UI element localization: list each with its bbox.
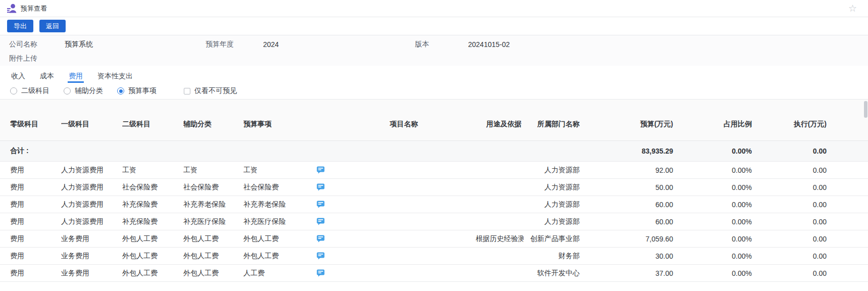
cell-item: 社会保险费 bbox=[243, 183, 317, 192]
total-budget-value: 83,935.29 bbox=[582, 147, 675, 155]
cell-level2: 工资 bbox=[122, 166, 183, 175]
cell-item: 工资 bbox=[243, 166, 317, 175]
cell-purpose: 根据历史经验测算 bbox=[476, 234, 524, 244]
column-header: 执行(万元) bbox=[754, 120, 829, 129]
table-row[interactable]: 费用业务费用外包人工费外包人工费外包人工费根据历史经验测算创新产品事业部7,05… bbox=[0, 230, 868, 248]
table-row[interactable]: 费用人力资源费用社会保险费社会保险费社会保险费人力资源部50.000.00%0.… bbox=[0, 179, 868, 196]
filter-bar: 二级科目 辅助分类 预算事项 仅看不可预见 bbox=[0, 83, 868, 100]
cell-budget: 92.00 bbox=[582, 166, 675, 174]
table-row[interactable]: 费用业务费用外包人工费外包人工费人工费软件开发中心37.000.00%0.00 bbox=[0, 265, 868, 282]
toolbar: 导出 返回 bbox=[0, 17, 868, 35]
table-row[interactable]: 费用人力资源费用工资工资工资人力资源部92.000.00%0.00 bbox=[0, 162, 868, 179]
cell-executed: 0.00 bbox=[754, 183, 829, 191]
cell-item: 补充养老保险 bbox=[243, 200, 317, 209]
table-row[interactable]: 费用业务费用外包人工费外包人工费外包人工费财务部30.000.00%0.00 bbox=[0, 248, 868, 265]
comment-bubble-icon[interactable] bbox=[317, 235, 334, 243]
budget-year-value: 2024 bbox=[263, 40, 279, 48]
cell-executed: 0.00 bbox=[754, 252, 829, 260]
favorite-star-icon[interactable]: ☆ bbox=[848, 2, 857, 15]
comment-bubble-icon[interactable] bbox=[317, 269, 334, 277]
cell-item: 人工费 bbox=[243, 269, 317, 278]
column-header: 用途及依据 bbox=[476, 120, 524, 129]
tab-cost[interactable]: 成本 bbox=[39, 72, 55, 83]
radio-option-budget-item[interactable]: 预算事项 bbox=[117, 86, 157, 95]
version-value: 20241015-02 bbox=[468, 40, 510, 48]
radio-circle-selected-icon[interactable] bbox=[117, 87, 124, 94]
comment-bubble-icon[interactable] bbox=[317, 166, 334, 174]
checkbox-icon[interactable] bbox=[184, 88, 190, 94]
checkbox-option-unforeseen-only[interactable]: 仅看不可预见 bbox=[184, 86, 237, 95]
tab-expense[interactable]: 费用 bbox=[68, 72, 84, 83]
cell-aux: 社会保险费 bbox=[183, 183, 243, 192]
cell-level0: 费用 bbox=[10, 183, 61, 192]
cell-level1: 业务费用 bbox=[61, 269, 122, 278]
cell-level2: 外包人工费 bbox=[122, 269, 183, 278]
title-bar: 预算查看 ☆ bbox=[0, 0, 868, 17]
total-executed-value: 0.00 bbox=[754, 147, 829, 155]
cell-ratio: 0.00% bbox=[675, 183, 754, 191]
cell-dept: 软件开发中心 bbox=[524, 269, 582, 278]
column-header: 项目名称 bbox=[334, 120, 476, 129]
cell-dept: 人力资源部 bbox=[524, 200, 582, 209]
column-header: 占用比例 bbox=[675, 120, 754, 129]
cell-dept: 创新产品事业部 bbox=[524, 234, 582, 244]
radio-label: 辅助分类 bbox=[75, 86, 103, 95]
cell-ratio: 0.00% bbox=[675, 269, 754, 277]
export-button[interactable]: 导出 bbox=[7, 20, 33, 32]
cell-dept: 财务部 bbox=[524, 252, 582, 261]
cell-level1: 人力资源费用 bbox=[61, 183, 122, 192]
radio-label: 预算事项 bbox=[128, 86, 157, 95]
cell-level1: 业务费用 bbox=[61, 252, 122, 261]
cell-level0: 费用 bbox=[10, 200, 61, 209]
budget-year-label: 预算年度 bbox=[206, 40, 263, 49]
company-name-value: 预算系统 bbox=[65, 40, 93, 49]
tab-capital-expenditure[interactable]: 资本性支出 bbox=[96, 72, 134, 83]
cell-aux: 补充医疗保险 bbox=[183, 217, 243, 226]
category-tabs: 收入 成本 费用 资本性支出 bbox=[0, 66, 868, 83]
vertical-scrollbar-thumb[interactable] bbox=[864, 101, 867, 118]
comment-bubble-icon[interactable] bbox=[317, 218, 334, 225]
radio-option-level2-subject[interactable]: 二级科目 bbox=[10, 86, 49, 95]
radio-circle-icon[interactable] bbox=[10, 87, 17, 94]
budget-info-panel: 公司名称 预算系统 预算年度 2024 版本 20241015-02 附件上传 bbox=[0, 35, 868, 66]
cell-dept: 人力资源部 bbox=[524, 166, 582, 175]
cell-ratio: 0.00% bbox=[675, 201, 754, 209]
column-header: 二级科目 bbox=[122, 120, 183, 129]
cell-dept: 人力资源部 bbox=[524, 217, 582, 226]
cell-ratio: 0.00% bbox=[675, 252, 754, 260]
table-header-row: 零级科目一级科目二级科目辅助分类预算事项项目名称用途及依据所属部门名称预算(万元… bbox=[0, 100, 868, 141]
cell-executed: 0.00 bbox=[754, 201, 829, 209]
column-header: 零级科目 bbox=[10, 120, 61, 129]
checkbox-label: 仅看不可预见 bbox=[194, 86, 237, 95]
column-header: 辅助分类 bbox=[183, 120, 243, 129]
total-label: 合计 : bbox=[10, 147, 61, 156]
cell-level0: 费用 bbox=[10, 234, 61, 244]
cell-level1: 人力资源费用 bbox=[61, 200, 122, 209]
cell-executed: 0.00 bbox=[754, 218, 829, 226]
cell-dept: 人力资源部 bbox=[524, 183, 582, 192]
comment-bubble-icon[interactable] bbox=[317, 183, 334, 191]
radio-label: 二级科目 bbox=[21, 86, 49, 95]
cell-executed: 0.00 bbox=[754, 235, 829, 243]
table-row[interactable]: 费用人力资源费用补充保险费补充养老保险补充养老保险人力资源部60.000.00%… bbox=[0, 196, 868, 213]
radio-option-aux-category[interactable]: 辅助分类 bbox=[64, 86, 103, 95]
back-button[interactable]: 返回 bbox=[39, 20, 66, 32]
cell-level0: 费用 bbox=[10, 217, 61, 226]
cell-level1: 人力资源费用 bbox=[61, 217, 122, 226]
cell-aux: 外包人工费 bbox=[183, 252, 243, 261]
cell-level2: 外包人工费 bbox=[122, 252, 183, 261]
cell-budget: 30.00 bbox=[582, 252, 675, 260]
cell-budget: 60.00 bbox=[582, 218, 675, 226]
cell-ratio: 0.00% bbox=[675, 235, 754, 243]
radio-circle-icon[interactable] bbox=[64, 87, 71, 94]
cell-level0: 费用 bbox=[10, 166, 61, 175]
cell-aux: 补充养老保险 bbox=[183, 200, 243, 209]
tab-income[interactable]: 收入 bbox=[10, 72, 26, 83]
cell-aux: 外包人工费 bbox=[183, 234, 243, 244]
comment-bubble-icon[interactable] bbox=[317, 201, 334, 208]
comment-bubble-icon[interactable] bbox=[317, 252, 334, 260]
cell-aux: 工资 bbox=[183, 166, 243, 175]
budget-table: 零级科目一级科目二级科目辅助分类预算事项项目名称用途及依据所属部门名称预算(万元… bbox=[0, 100, 868, 282]
table-row[interactable]: 费用人力资源费用补充保险费补充医疗保险补充医疗保险人力资源部60.000.00%… bbox=[0, 213, 868, 230]
cell-level2: 外包人工费 bbox=[122, 234, 183, 244]
